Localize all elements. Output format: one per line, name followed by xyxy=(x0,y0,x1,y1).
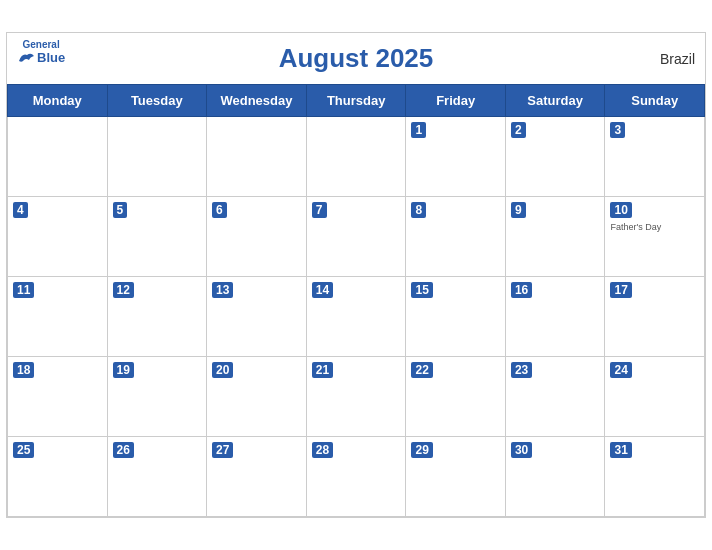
day-number: 11 xyxy=(13,282,34,298)
day-number: 15 xyxy=(411,282,432,298)
holiday-label: Father's Day xyxy=(610,222,699,232)
table-row xyxy=(306,117,406,197)
day-number: 9 xyxy=(511,202,526,218)
table-row: 31 xyxy=(605,437,705,517)
day-number: 25 xyxy=(13,442,34,458)
logo-general: General xyxy=(22,39,59,50)
day-number: 27 xyxy=(212,442,233,458)
weekday-sunday: Sunday xyxy=(605,85,705,117)
table-row: 15 xyxy=(406,277,505,357)
day-number: 7 xyxy=(312,202,327,218)
table-row: 19 xyxy=(107,357,207,437)
day-number: 23 xyxy=(511,362,532,378)
table-row: 12 xyxy=(107,277,207,357)
day-number: 28 xyxy=(312,442,333,458)
day-number: 20 xyxy=(212,362,233,378)
day-number: 6 xyxy=(212,202,227,218)
table-row: 21 xyxy=(306,357,406,437)
calendar-header: General Blue August 2025 Brazil xyxy=(7,33,705,84)
day-number: 12 xyxy=(113,282,134,298)
day-number: 22 xyxy=(411,362,432,378)
table-row: 1 xyxy=(406,117,505,197)
logo: General Blue xyxy=(17,39,65,65)
table-row: 3 xyxy=(605,117,705,197)
calendar-table: MondayTuesdayWednesdayThursdayFridaySatu… xyxy=(7,84,705,517)
table-row: 20 xyxy=(207,357,307,437)
day-number: 17 xyxy=(610,282,631,298)
day-number: 24 xyxy=(610,362,631,378)
table-row: 5 xyxy=(107,197,207,277)
day-number: 3 xyxy=(610,122,625,138)
table-row: 6 xyxy=(207,197,307,277)
day-number: 8 xyxy=(411,202,426,218)
day-number: 2 xyxy=(511,122,526,138)
table-row: 28 xyxy=(306,437,406,517)
week-row-4: 18192021222324 xyxy=(8,357,705,437)
logo-blue: Blue xyxy=(17,50,65,65)
day-number: 13 xyxy=(212,282,233,298)
table-row: 30 xyxy=(505,437,605,517)
table-row: 24 xyxy=(605,357,705,437)
calendar-title: August 2025 xyxy=(23,43,689,74)
day-number: 19 xyxy=(113,362,134,378)
table-row xyxy=(207,117,307,197)
calendar: General Blue August 2025 Brazil MondayTu… xyxy=(6,32,706,518)
table-row: 2 xyxy=(505,117,605,197)
day-number: 5 xyxy=(113,202,128,218)
bird-icon xyxy=(17,51,35,65)
day-number: 18 xyxy=(13,362,34,378)
table-row: 8 xyxy=(406,197,505,277)
weekday-saturday: Saturday xyxy=(505,85,605,117)
table-row: 23 xyxy=(505,357,605,437)
weekday-friday: Friday xyxy=(406,85,505,117)
table-row: 18 xyxy=(8,357,108,437)
table-row: 27 xyxy=(207,437,307,517)
weekday-thursday: Thursday xyxy=(306,85,406,117)
day-number: 16 xyxy=(511,282,532,298)
weekday-header-row: MondayTuesdayWednesdayThursdayFridaySatu… xyxy=(8,85,705,117)
day-number: 31 xyxy=(610,442,631,458)
table-row: 13 xyxy=(207,277,307,357)
day-number: 29 xyxy=(411,442,432,458)
day-number: 4 xyxy=(13,202,28,218)
week-row-3: 11121314151617 xyxy=(8,277,705,357)
table-row: 29 xyxy=(406,437,505,517)
table-row: 4 xyxy=(8,197,108,277)
table-row: 26 xyxy=(107,437,207,517)
day-number: 14 xyxy=(312,282,333,298)
weekday-wednesday: Wednesday xyxy=(207,85,307,117)
table-row: 14 xyxy=(306,277,406,357)
day-number: 26 xyxy=(113,442,134,458)
table-row: 10Father's Day xyxy=(605,197,705,277)
country-label: Brazil xyxy=(660,51,695,67)
day-number: 10 xyxy=(610,202,631,218)
table-row: 17 xyxy=(605,277,705,357)
week-row-2: 45678910Father's Day xyxy=(8,197,705,277)
table-row xyxy=(8,117,108,197)
table-row: 16 xyxy=(505,277,605,357)
table-row: 9 xyxy=(505,197,605,277)
week-row-1: 123 xyxy=(8,117,705,197)
weekday-monday: Monday xyxy=(8,85,108,117)
table-row xyxy=(107,117,207,197)
table-row: 25 xyxy=(8,437,108,517)
table-row: 11 xyxy=(8,277,108,357)
table-row: 22 xyxy=(406,357,505,437)
week-row-5: 25262728293031 xyxy=(8,437,705,517)
weekday-tuesday: Tuesday xyxy=(107,85,207,117)
day-number: 21 xyxy=(312,362,333,378)
table-row: 7 xyxy=(306,197,406,277)
day-number: 30 xyxy=(511,442,532,458)
day-number: 1 xyxy=(411,122,426,138)
